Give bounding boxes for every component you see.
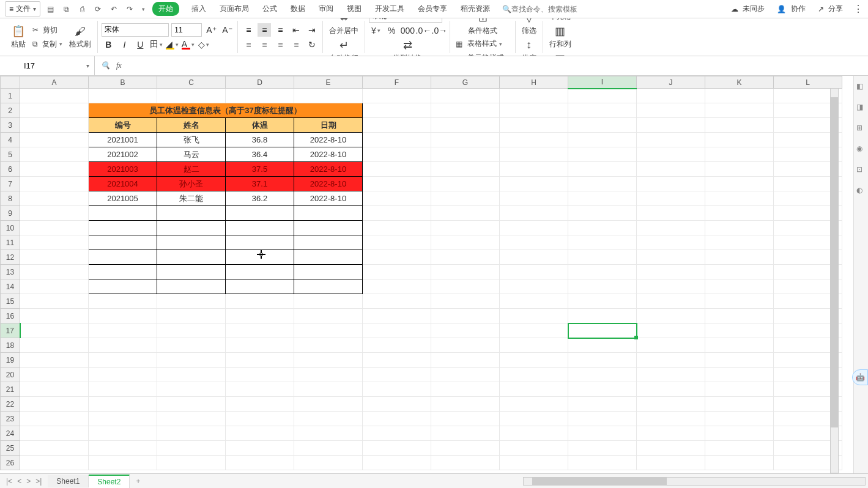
cell[interactable]	[500, 294, 568, 309]
grid-main[interactable]: ABCDEFGHIJKL12员工体温检查信息表（高于37度标红提醒）3编号姓名体…	[0, 76, 853, 473]
fill-color-button[interactable]: ◢▾	[165, 38, 179, 51]
cell[interactable]	[637, 382, 705, 397]
cell[interactable]	[20, 206, 89, 221]
cell[interactable]	[705, 309, 774, 323]
cell[interactable]	[568, 353, 637, 368]
cell[interactable]	[363, 338, 431, 353]
cell[interactable]	[500, 309, 568, 323]
cell[interactable]	[157, 456, 226, 470]
more-menu-icon[interactable]: ⋮	[853, 3, 863, 15]
cell[interactable]	[89, 235, 157, 250]
cell[interactable]: 37.5	[226, 162, 294, 177]
cell[interactable]	[89, 397, 157, 412]
align-left-icon[interactable]: ≡	[242, 38, 255, 51]
cell[interactable]	[568, 368, 637, 382]
cell[interactable]	[363, 191, 431, 206]
cell[interactable]	[89, 89, 157, 103]
cell[interactable]	[568, 118, 637, 133]
cell[interactable]	[20, 221, 89, 235]
cell[interactable]	[705, 279, 774, 294]
cell[interactable]	[500, 323, 568, 338]
cell[interactable]	[568, 397, 637, 412]
vertical-scrollbar[interactable]	[830, 88, 839, 473]
cell[interactable]	[363, 133, 431, 147]
first-sheet-icon[interactable]: |<	[6, 477, 12, 486]
tab-data[interactable]: 数据	[289, 1, 306, 17]
cell[interactable]	[157, 294, 226, 309]
cell[interactable]: 2021001	[89, 133, 157, 147]
font-size-select[interactable]	[171, 23, 202, 37]
cell[interactable]	[637, 412, 705, 426]
row-header[interactable]: 14	[1, 279, 20, 294]
cell[interactable]	[568, 191, 637, 206]
cell[interactable]	[568, 426, 637, 441]
italic-button[interactable]: I	[117, 38, 131, 51]
cell[interactable]	[500, 177, 568, 191]
cell[interactable]	[89, 382, 157, 397]
cell[interactable]: 日期	[294, 118, 363, 133]
redo-icon[interactable]: ↷	[125, 4, 135, 14]
cell[interactable]	[157, 250, 226, 265]
cell[interactable]	[157, 441, 226, 456]
cell[interactable]	[705, 103, 774, 118]
cell[interactable]	[500, 382, 568, 397]
table-style-button[interactable]: ▦ 表格样式▾	[454, 37, 511, 50]
type-convert-button[interactable]: ⇄类型转换	[390, 37, 425, 56]
cell[interactable]	[500, 147, 568, 162]
cell[interactable]	[431, 279, 500, 294]
column-header[interactable]: B	[89, 76, 157, 89]
cell[interactable]	[294, 382, 363, 397]
column-header[interactable]: H	[500, 76, 568, 89]
cell[interactable]	[20, 456, 89, 470]
cell[interactable]	[20, 353, 89, 368]
cell[interactable]	[568, 250, 637, 265]
copy-button[interactable]: ⧉ 复制▾	[31, 38, 64, 51]
font-name-select[interactable]	[102, 23, 169, 37]
cell[interactable]	[89, 309, 157, 323]
cell[interactable]	[363, 235, 431, 250]
cell[interactable]	[637, 103, 705, 118]
cell[interactable]	[89, 265, 157, 279]
cell[interactable]	[20, 412, 89, 426]
row-header[interactable]: 6	[1, 162, 20, 177]
cell[interactable]	[20, 103, 89, 118]
cell[interactable]	[705, 133, 774, 147]
row-header[interactable]: 21	[1, 382, 20, 397]
row-header[interactable]: 9	[1, 206, 20, 221]
cell[interactable]	[226, 206, 294, 221]
column-header[interactable]: K	[705, 76, 774, 89]
cell[interactable]: 2022-8-10	[294, 133, 363, 147]
cell[interactable]	[568, 456, 637, 470]
row-header[interactable]: 13	[1, 265, 20, 279]
cell[interactable]	[226, 250, 294, 265]
cell[interactable]	[431, 456, 500, 470]
cell[interactable]: 体温	[226, 118, 294, 133]
cell[interactable]	[568, 235, 637, 250]
cell[interactable]: 2022-8-10	[294, 162, 363, 177]
cell[interactable]	[500, 133, 568, 147]
cell[interactable]	[431, 235, 500, 250]
cell[interactable]	[637, 89, 705, 103]
increase-decimal-icon[interactable]: .0←	[417, 24, 430, 37]
align-middle-icon[interactable]: ≡	[258, 23, 271, 37]
cell[interactable]	[705, 89, 774, 103]
cell[interactable]	[637, 235, 705, 250]
row-header[interactable]: 12	[1, 250, 20, 265]
cell[interactable]	[226, 426, 294, 441]
cell[interactable]	[431, 221, 500, 235]
tab-member[interactable]: 会员专享	[417, 1, 448, 17]
cell[interactable]	[20, 147, 89, 162]
cell[interactable]	[431, 103, 500, 118]
cell[interactable]: 37.1	[226, 177, 294, 191]
cell[interactable]	[363, 265, 431, 279]
row-header[interactable]: 23	[1, 412, 20, 426]
cell[interactable]	[157, 323, 226, 338]
cell[interactable]	[637, 221, 705, 235]
cell[interactable]	[294, 412, 363, 426]
cell[interactable]	[294, 221, 363, 235]
cell[interactable]	[500, 265, 568, 279]
cell[interactable]	[157, 382, 226, 397]
cell[interactable]	[637, 206, 705, 221]
command-search[interactable]: 🔍	[502, 5, 585, 13]
cell[interactable]	[637, 426, 705, 441]
